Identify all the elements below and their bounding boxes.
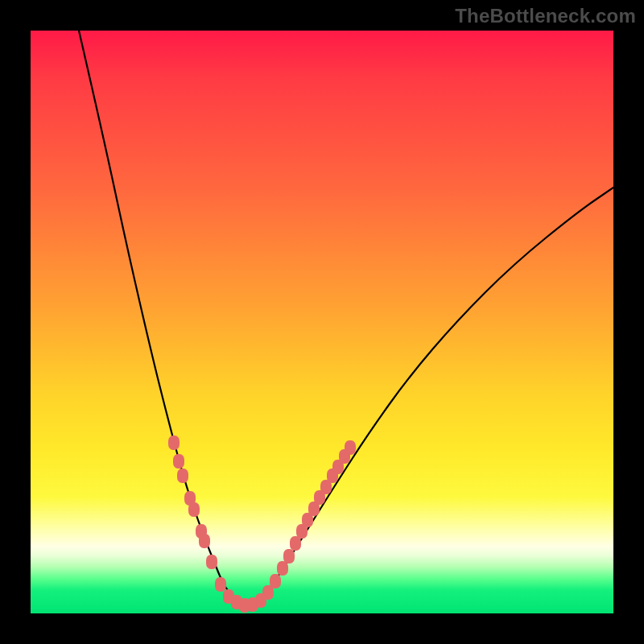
- chart-frame: TheBottleneck.com: [0, 0, 644, 644]
- highlight-dot: [188, 502, 200, 517]
- highlight-dot: [206, 555, 217, 569]
- highlight-dot: [173, 454, 184, 469]
- highlight-dot: [290, 536, 301, 551]
- highlight-dot: [345, 440, 356, 455]
- watermark-text: TheBottleneck.com: [455, 5, 636, 27]
- bottleneck-curve: [79, 31, 613, 605]
- chart-overlay: [31, 31, 613, 613]
- highlight-dot: [215, 577, 226, 592]
- highlight-dot: [277, 561, 288, 576]
- highlight-dot: [177, 469, 188, 483]
- highlight-dot: [283, 549, 295, 564]
- plot-area: [31, 31, 613, 613]
- highlight-dots: [168, 436, 356, 613]
- highlight-dot: [270, 574, 281, 588]
- highlight-dot: [199, 534, 210, 548]
- highlight-dot: [168, 436, 180, 450]
